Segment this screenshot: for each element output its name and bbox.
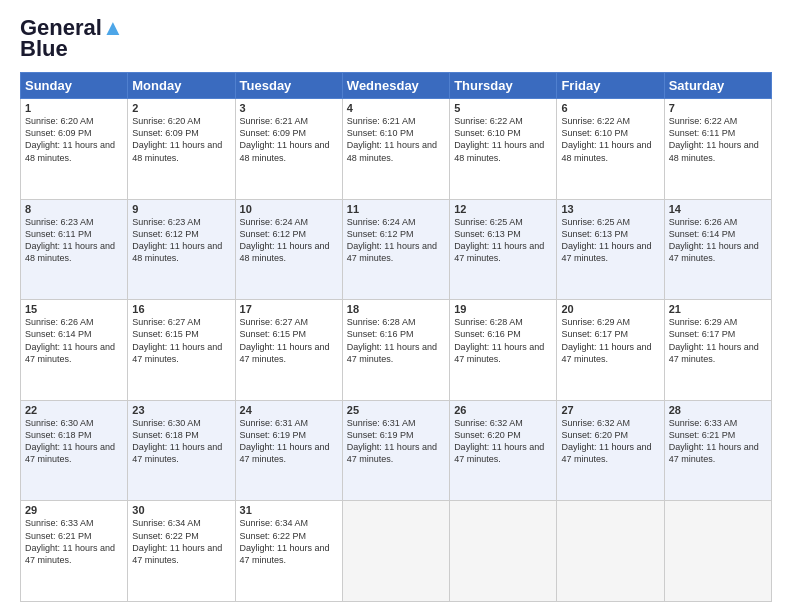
- table-row: 18Sunrise: 6:28 AMSunset: 6:16 PMDayligh…: [342, 300, 449, 401]
- day-number: 12: [454, 203, 552, 215]
- day-number: 31: [240, 504, 338, 516]
- table-row: 15Sunrise: 6:26 AMSunset: 6:14 PMDayligh…: [21, 300, 128, 401]
- col-thursday: Thursday: [450, 73, 557, 99]
- day-info: Sunrise: 6:24 AMSunset: 6:12 PMDaylight:…: [347, 217, 437, 263]
- day-number: 14: [669, 203, 767, 215]
- col-saturday: Saturday: [664, 73, 771, 99]
- day-info: Sunrise: 6:20 AMSunset: 6:09 PMDaylight:…: [132, 116, 222, 162]
- day-info: Sunrise: 6:30 AMSunset: 6:18 PMDaylight:…: [132, 418, 222, 464]
- day-number: 7: [669, 102, 767, 114]
- col-tuesday: Tuesday: [235, 73, 342, 99]
- table-row: 30Sunrise: 6:34 AMSunset: 6:22 PMDayligh…: [128, 501, 235, 602]
- day-info: Sunrise: 6:24 AMSunset: 6:12 PMDaylight:…: [240, 217, 330, 263]
- col-sunday: Sunday: [21, 73, 128, 99]
- day-number: 27: [561, 404, 659, 416]
- day-info: Sunrise: 6:32 AMSunset: 6:20 PMDaylight:…: [454, 418, 544, 464]
- day-number: 4: [347, 102, 445, 114]
- table-row: 29Sunrise: 6:33 AMSunset: 6:21 PMDayligh…: [21, 501, 128, 602]
- table-row: 26Sunrise: 6:32 AMSunset: 6:20 PMDayligh…: [450, 400, 557, 501]
- table-row: [557, 501, 664, 602]
- table-row: 6Sunrise: 6:22 AMSunset: 6:10 PMDaylight…: [557, 99, 664, 200]
- table-row: 19Sunrise: 6:28 AMSunset: 6:16 PMDayligh…: [450, 300, 557, 401]
- logo-subtext: Blue: [20, 36, 68, 62]
- table-row: 7Sunrise: 6:22 AMSunset: 6:11 PMDaylight…: [664, 99, 771, 200]
- day-info: Sunrise: 6:21 AMSunset: 6:10 PMDaylight:…: [347, 116, 437, 162]
- day-info: Sunrise: 6:31 AMSunset: 6:19 PMDaylight:…: [240, 418, 330, 464]
- day-number: 15: [25, 303, 123, 315]
- day-info: Sunrise: 6:34 AMSunset: 6:22 PMDaylight:…: [132, 518, 222, 564]
- day-number: 13: [561, 203, 659, 215]
- table-row: 20Sunrise: 6:29 AMSunset: 6:17 PMDayligh…: [557, 300, 664, 401]
- day-info: Sunrise: 6:28 AMSunset: 6:16 PMDaylight:…: [454, 317, 544, 363]
- day-number: 28: [669, 404, 767, 416]
- table-row: 2Sunrise: 6:20 AMSunset: 6:09 PMDaylight…: [128, 99, 235, 200]
- day-number: 22: [25, 404, 123, 416]
- day-number: 23: [132, 404, 230, 416]
- day-number: 24: [240, 404, 338, 416]
- day-number: 19: [454, 303, 552, 315]
- day-info: Sunrise: 6:34 AMSunset: 6:22 PMDaylight:…: [240, 518, 330, 564]
- table-row: 22Sunrise: 6:30 AMSunset: 6:18 PMDayligh…: [21, 400, 128, 501]
- day-info: Sunrise: 6:21 AMSunset: 6:09 PMDaylight:…: [240, 116, 330, 162]
- table-row: 27Sunrise: 6:32 AMSunset: 6:20 PMDayligh…: [557, 400, 664, 501]
- table-row: 25Sunrise: 6:31 AMSunset: 6:19 PMDayligh…: [342, 400, 449, 501]
- day-info: Sunrise: 6:31 AMSunset: 6:19 PMDaylight:…: [347, 418, 437, 464]
- table-row: 3Sunrise: 6:21 AMSunset: 6:09 PMDaylight…: [235, 99, 342, 200]
- day-number: 17: [240, 303, 338, 315]
- day-info: Sunrise: 6:33 AMSunset: 6:21 PMDaylight:…: [25, 518, 115, 564]
- day-number: 11: [347, 203, 445, 215]
- day-number: 29: [25, 504, 123, 516]
- day-info: Sunrise: 6:23 AMSunset: 6:11 PMDaylight:…: [25, 217, 115, 263]
- day-info: Sunrise: 6:29 AMSunset: 6:17 PMDaylight:…: [669, 317, 759, 363]
- calendar: Sunday Monday Tuesday Wednesday Thursday…: [20, 72, 772, 602]
- day-number: 25: [347, 404, 445, 416]
- header: General▲ Blue: [20, 16, 772, 62]
- day-number: 8: [25, 203, 123, 215]
- day-number: 5: [454, 102, 552, 114]
- table-row: 12Sunrise: 6:25 AMSunset: 6:13 PMDayligh…: [450, 199, 557, 300]
- table-row: [450, 501, 557, 602]
- table-row: 31Sunrise: 6:34 AMSunset: 6:22 PMDayligh…: [235, 501, 342, 602]
- day-number: 21: [669, 303, 767, 315]
- day-info: Sunrise: 6:28 AMSunset: 6:16 PMDaylight:…: [347, 317, 437, 363]
- table-row: 1Sunrise: 6:20 AMSunset: 6:09 PMDaylight…: [21, 99, 128, 200]
- table-row: 16Sunrise: 6:27 AMSunset: 6:15 PMDayligh…: [128, 300, 235, 401]
- day-number: 20: [561, 303, 659, 315]
- table-row: 17Sunrise: 6:27 AMSunset: 6:15 PMDayligh…: [235, 300, 342, 401]
- day-number: 3: [240, 102, 338, 114]
- day-number: 2: [132, 102, 230, 114]
- table-row: 21Sunrise: 6:29 AMSunset: 6:17 PMDayligh…: [664, 300, 771, 401]
- table-row: 28Sunrise: 6:33 AMSunset: 6:21 PMDayligh…: [664, 400, 771, 501]
- table-row: 23Sunrise: 6:30 AMSunset: 6:18 PMDayligh…: [128, 400, 235, 501]
- day-info: Sunrise: 6:26 AMSunset: 6:14 PMDaylight:…: [25, 317, 115, 363]
- day-number: 10: [240, 203, 338, 215]
- day-info: Sunrise: 6:27 AMSunset: 6:15 PMDaylight:…: [240, 317, 330, 363]
- table-row: 14Sunrise: 6:26 AMSunset: 6:14 PMDayligh…: [664, 199, 771, 300]
- table-row: 24Sunrise: 6:31 AMSunset: 6:19 PMDayligh…: [235, 400, 342, 501]
- day-info: Sunrise: 6:25 AMSunset: 6:13 PMDaylight:…: [454, 217, 544, 263]
- day-info: Sunrise: 6:32 AMSunset: 6:20 PMDaylight:…: [561, 418, 651, 464]
- day-info: Sunrise: 6:29 AMSunset: 6:17 PMDaylight:…: [561, 317, 651, 363]
- day-number: 1: [25, 102, 123, 114]
- day-info: Sunrise: 6:26 AMSunset: 6:14 PMDaylight:…: [669, 217, 759, 263]
- day-number: 6: [561, 102, 659, 114]
- col-wednesday: Wednesday: [342, 73, 449, 99]
- day-info: Sunrise: 6:33 AMSunset: 6:21 PMDaylight:…: [669, 418, 759, 464]
- table-row: 13Sunrise: 6:25 AMSunset: 6:13 PMDayligh…: [557, 199, 664, 300]
- table-row: [342, 501, 449, 602]
- day-number: 16: [132, 303, 230, 315]
- table-row: 4Sunrise: 6:21 AMSunset: 6:10 PMDaylight…: [342, 99, 449, 200]
- day-info: Sunrise: 6:22 AMSunset: 6:10 PMDaylight:…: [561, 116, 651, 162]
- day-info: Sunrise: 6:20 AMSunset: 6:09 PMDaylight:…: [25, 116, 115, 162]
- day-number: 26: [454, 404, 552, 416]
- table-row: [664, 501, 771, 602]
- col-monday: Monday: [128, 73, 235, 99]
- day-info: Sunrise: 6:25 AMSunset: 6:13 PMDaylight:…: [561, 217, 651, 263]
- table-row: 11Sunrise: 6:24 AMSunset: 6:12 PMDayligh…: [342, 199, 449, 300]
- table-row: 5Sunrise: 6:22 AMSunset: 6:10 PMDaylight…: [450, 99, 557, 200]
- col-friday: Friday: [557, 73, 664, 99]
- table-row: 8Sunrise: 6:23 AMSunset: 6:11 PMDaylight…: [21, 199, 128, 300]
- day-info: Sunrise: 6:23 AMSunset: 6:12 PMDaylight:…: [132, 217, 222, 263]
- page: General▲ Blue Sunday Monday Tuesday Wedn…: [0, 0, 792, 612]
- table-row: 10Sunrise: 6:24 AMSunset: 6:12 PMDayligh…: [235, 199, 342, 300]
